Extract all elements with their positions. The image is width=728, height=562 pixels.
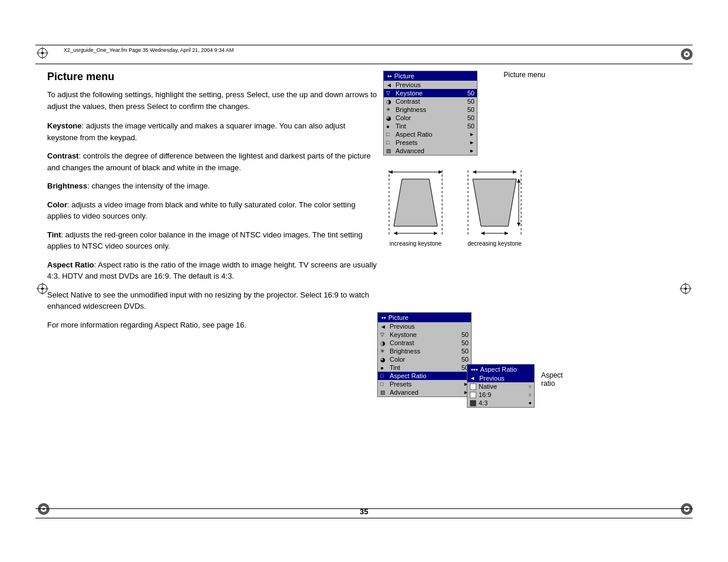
ratio-43-checkbox bbox=[470, 400, 476, 406]
menu-item-keystone: ▽ Keystone 50 bbox=[384, 89, 477, 97]
header-top-rule bbox=[35, 45, 693, 45]
extra-text-2: For more information regarding Aspect Ra… bbox=[47, 319, 377, 331]
aspect-ratio-menu-container: •• Picture ◄ Previous ▽ Keystone 50 ◑ Co… bbox=[377, 312, 472, 397]
aspect-ratio-ui-area: •• Picture ◄ Previous ▽ Keystone 50 ◑ Co… bbox=[377, 312, 472, 397]
svg-marker-35 bbox=[473, 179, 516, 226]
extra-text-1: Select Native to see the unmodified inpu… bbox=[47, 289, 377, 312]
ar-menu-item-keystone: ▽ Keystone 50 bbox=[378, 330, 471, 339]
page-title: Picture menu bbox=[47, 71, 377, 83]
svg-marker-24 bbox=[389, 170, 393, 174]
submenu-item-43: 4:3 ● bbox=[467, 399, 534, 407]
ar-advanced-icon: ▨ bbox=[380, 389, 390, 395]
menu-dots: •• bbox=[387, 72, 392, 80]
tint-icon: ● bbox=[386, 123, 396, 130]
ar-contrast-icon: ◑ bbox=[380, 340, 390, 346]
term-aspect-ratio: Aspect Ratio: Aspect ratio is the ratio … bbox=[47, 259, 377, 282]
main-content: Picture menu To adjust the following set… bbox=[47, 71, 377, 338]
increasing-keystone-svg bbox=[383, 167, 448, 238]
menu-title-bar: •• Picture bbox=[384, 71, 477, 81]
ar-menu-item-brightness: ✳ Brightness 50 bbox=[378, 347, 471, 355]
submenu-dots: ••• bbox=[471, 366, 478, 373]
svg-marker-37 bbox=[481, 232, 485, 235]
right-column: Picture menu •• Picture ◄ Previous ▽ Key… bbox=[377, 71, 696, 247]
ar-menu-dots: •• bbox=[381, 314, 386, 321]
ar-color-icon: ◕ bbox=[380, 356, 390, 363]
previous-icon: ◄ bbox=[386, 82, 396, 88]
picture-menu-label: Picture menu bbox=[503, 71, 545, 79]
ar-menu-item-tint: ● Tint 50 bbox=[378, 363, 471, 372]
term-brightness-label: Brightness bbox=[47, 181, 87, 190]
intro-text: To adjust the following settings, highli… bbox=[47, 89, 377, 112]
menu-item-presets: □ Presets ► bbox=[384, 138, 477, 147]
decreasing-keystone-label: decreasing keystone bbox=[462, 240, 527, 247]
menu-item-aspect-ratio: □ Aspect Ratio ► bbox=[384, 130, 477, 138]
term-tint: Tint: adjusts the red-green color balanc… bbox=[47, 229, 377, 252]
menu-item-previous: ◄ Previous bbox=[384, 81, 477, 89]
brightness-icon: ✳ bbox=[386, 107, 396, 113]
ar-brightness-icon: ✳ bbox=[380, 348, 390, 354]
ar-presets-icon: □ bbox=[380, 381, 390, 387]
term-color: Color: adjusts a video image from black … bbox=[47, 199, 377, 222]
aspect-ratio-submenu: ••• Aspect Ratio ◄ Previous Native ○ 16:… bbox=[467, 364, 535, 408]
svg-marker-41 bbox=[517, 223, 521, 226]
submenu-item-native: Native ○ bbox=[467, 382, 534, 391]
ar-menu-item-previous: ◄ Previous bbox=[378, 322, 471, 330]
presets-icon: □ bbox=[386, 140, 396, 146]
ar-previous-icon: ◄ bbox=[380, 323, 390, 330]
keystone-diagrams: increasing keystone bbox=[383, 167, 696, 247]
ar-menu-item-advanced: ▨ Advanced ► bbox=[378, 388, 471, 396]
native-checkbox bbox=[470, 384, 476, 390]
aspect-ratio-picture-menu: •• Picture ◄ Previous ▽ Keystone 50 ◑ Co… bbox=[377, 312, 472, 397]
header-text: X2_usrguide_One_Year.fm Page 35 Wednesda… bbox=[64, 47, 234, 53]
term-keystone: Keystone: adjusts the image vertically a… bbox=[47, 120, 377, 143]
term-aspect-ratio-label: Aspect Ratio bbox=[47, 260, 94, 269]
svg-marker-25 bbox=[439, 170, 442, 174]
menu-item-color: ◕ Color 50 bbox=[384, 114, 477, 122]
menu-item-contrast: ◑ Contrast 50 bbox=[384, 97, 477, 105]
ar-menu-item-aspect-ratio: □ Aspect Ratio bbox=[378, 372, 471, 380]
aspect-ratio-label: Aspect ratio bbox=[541, 371, 563, 388]
svg-marker-26 bbox=[394, 179, 437, 226]
term-brightness: Brightness: changes the intensity of the… bbox=[47, 180, 377, 192]
increasing-keystone-label: increasing keystone bbox=[383, 240, 448, 247]
svg-point-6 bbox=[686, 53, 688, 55]
color-icon: ◕ bbox=[386, 115, 396, 121]
menu-item-advanced: ▨ Advanced ► bbox=[384, 147, 477, 155]
footer-bottom-rule bbox=[35, 518, 693, 518]
aspect-ratio-icon: □ bbox=[386, 131, 396, 137]
submenu-title: Aspect Ratio bbox=[480, 366, 517, 373]
ar-aspect-icon: □ bbox=[380, 373, 390, 379]
ar-menu-item-presets: □ Presets ► bbox=[378, 380, 471, 388]
menu-title: Picture bbox=[394, 72, 414, 80]
submenu-prev-icon: ◄ bbox=[470, 375, 479, 381]
term-contrast: Contrast: controls the degree of differe… bbox=[47, 150, 377, 173]
ar-menu-item-color: ◕ Color 50 bbox=[378, 355, 471, 363]
submenu-item-previous: ◄ Previous bbox=[467, 374, 534, 382]
contrast-icon: ◑ bbox=[386, 98, 396, 105]
header-bottom-rule bbox=[35, 64, 693, 64]
page-number: 35 bbox=[360, 507, 368, 516]
term-tint-label: Tint bbox=[47, 230, 61, 239]
term-color-label: Color bbox=[47, 200, 67, 209]
svg-marker-28 bbox=[394, 232, 397, 235]
ar-keystone-icon: ▽ bbox=[380, 332, 390, 338]
svg-marker-29 bbox=[434, 232, 437, 235]
ratio-169-checkbox bbox=[470, 392, 476, 398]
keystone-icon: ▽ bbox=[386, 90, 396, 96]
increasing-keystone-diagram: increasing keystone bbox=[383, 167, 448, 247]
svg-marker-33 bbox=[473, 170, 476, 174]
svg-marker-34 bbox=[513, 170, 516, 174]
ar-menu-title: Picture bbox=[388, 314, 409, 321]
svg-marker-40 bbox=[517, 179, 521, 183]
submenu-item-169: 16:9 ○ bbox=[467, 391, 534, 399]
decreasing-keystone-diagram: decreasing keystone bbox=[462, 167, 527, 247]
picture-menu-box: •• Picture ◄ Previous ▽ Keystone 50 ◑ Co… bbox=[383, 71, 477, 156]
advanced-icon: ▨ bbox=[386, 148, 396, 154]
svg-marker-38 bbox=[505, 232, 508, 235]
aspect-ratio-menu-title-bar: •• Picture bbox=[378, 313, 471, 322]
decreasing-keystone-svg bbox=[462, 167, 527, 238]
term-keystone-label: Keystone bbox=[47, 121, 82, 130]
submenu-title-bar: ••• Aspect Ratio bbox=[467, 365, 534, 374]
term-contrast-label: Contrast bbox=[47, 151, 78, 160]
ar-menu-item-contrast: ◑ Contrast 50 bbox=[378, 339, 471, 347]
